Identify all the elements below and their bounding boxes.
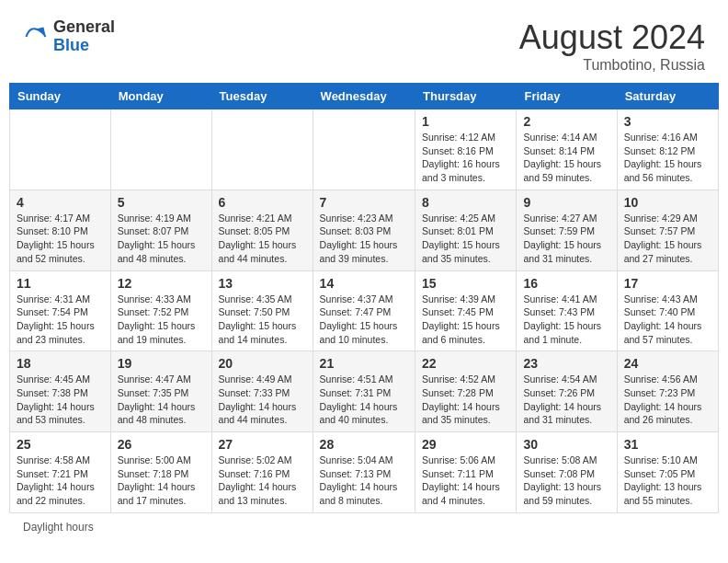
day-info: Sunrise: 4:12 AM Sunset: 8:16 PM Dayligh… (422, 131, 509, 185)
day-info: Sunrise: 4:43 AM Sunset: 7:40 PM Dayligh… (624, 293, 711, 347)
day-cell: 22Sunrise: 4:52 AM Sunset: 7:28 PM Dayli… (415, 351, 517, 432)
day-cell: 7Sunrise: 4:23 AM Sunset: 8:03 PM Daylig… (313, 190, 415, 270)
day-cell: 4Sunrise: 4:17 AM Sunset: 8:10 PM Daylig… (10, 190, 111, 270)
day-number: 9 (523, 195, 609, 210)
logo-text: General Blue (53, 18, 115, 55)
day-info: Sunrise: 4:25 AM Sunset: 8:01 PM Dayligh… (422, 212, 509, 266)
day-info: Sunrise: 4:47 AM Sunset: 7:35 PM Dayligh… (118, 373, 205, 427)
week-row-5: 25Sunrise: 4:58 AM Sunset: 7:21 PM Dayli… (10, 432, 719, 513)
day-number: 18 (17, 356, 104, 371)
day-number: 15 (422, 276, 509, 291)
day-cell: 29Sunrise: 5:06 AM Sunset: 7:11 PM Dayli… (415, 432, 517, 513)
day-number: 3 (624, 114, 711, 129)
week-row-3: 11Sunrise: 4:31 AM Sunset: 7:54 PM Dayli… (10, 270, 719, 351)
day-cell: 9Sunrise: 4:27 AM Sunset: 7:59 PM Daylig… (517, 190, 617, 270)
day-cell: 23Sunrise: 4:54 AM Sunset: 7:26 PM Dayli… (517, 351, 617, 432)
col-header-friday: Friday (517, 84, 617, 109)
week-row-1: 1Sunrise: 4:12 AM Sunset: 8:16 PM Daylig… (10, 109, 719, 190)
month-title: August 2024 (519, 18, 705, 57)
day-number: 6 (219, 195, 306, 210)
day-info: Sunrise: 5:10 AM Sunset: 7:05 PM Dayligh… (624, 454, 711, 508)
col-header-saturday: Saturday (617, 84, 718, 109)
day-cell: 10Sunrise: 4:29 AM Sunset: 7:57 PM Dayli… (617, 190, 718, 270)
day-info: Sunrise: 4:35 AM Sunset: 7:50 PM Dayligh… (219, 293, 306, 347)
day-info: Sunrise: 4:56 AM Sunset: 7:23 PM Dayligh… (624, 373, 711, 427)
logo-icon (23, 24, 49, 50)
day-cell: 26Sunrise: 5:00 AM Sunset: 7:18 PM Dayli… (110, 432, 211, 513)
day-cell: 31Sunrise: 5:10 AM Sunset: 7:05 PM Dayli… (617, 432, 718, 513)
day-cell: 6Sunrise: 4:21 AM Sunset: 8:05 PM Daylig… (211, 190, 313, 270)
day-number: 26 (118, 437, 205, 452)
logo-general-text: General (53, 18, 115, 37)
day-number: 13 (219, 276, 306, 291)
day-cell: 13Sunrise: 4:35 AM Sunset: 7:50 PM Dayli… (211, 270, 313, 351)
day-cell: 14Sunrise: 4:37 AM Sunset: 7:47 PM Dayli… (313, 270, 415, 351)
day-info: Sunrise: 5:04 AM Sunset: 7:13 PM Dayligh… (320, 454, 408, 508)
daylight-hours-label: Daylight hours (23, 521, 94, 534)
day-number: 4 (17, 195, 104, 210)
col-header-thursday: Thursday (415, 84, 517, 109)
day-number: 29 (422, 437, 509, 452)
day-info: Sunrise: 4:58 AM Sunset: 7:21 PM Dayligh… (17, 454, 104, 508)
day-number: 2 (523, 114, 609, 129)
day-cell: 27Sunrise: 5:02 AM Sunset: 7:16 PM Dayli… (211, 432, 313, 513)
logo-blue-text: Blue (53, 37, 115, 55)
day-cell: 16Sunrise: 4:41 AM Sunset: 7:43 PM Dayli… (517, 270, 617, 351)
day-info: Sunrise: 4:37 AM Sunset: 7:47 PM Dayligh… (320, 293, 408, 347)
page-header: General Blue August 2024 Tumbotino, Russ… (9, 9, 719, 78)
day-number: 20 (219, 356, 306, 371)
day-number: 7 (320, 195, 408, 210)
day-number: 27 (219, 437, 306, 452)
day-cell: 25Sunrise: 4:58 AM Sunset: 7:21 PM Dayli… (10, 432, 111, 513)
day-cell (110, 109, 211, 190)
day-cell: 17Sunrise: 4:43 AM Sunset: 7:40 PM Dayli… (617, 270, 718, 351)
day-info: Sunrise: 4:51 AM Sunset: 7:31 PM Dayligh… (320, 373, 408, 427)
day-number: 30 (523, 437, 609, 452)
day-number: 5 (118, 195, 205, 210)
day-cell: 30Sunrise: 5:08 AM Sunset: 7:08 PM Dayli… (517, 432, 617, 513)
day-cell: 20Sunrise: 4:49 AM Sunset: 7:33 PM Dayli… (211, 351, 313, 432)
week-row-4: 18Sunrise: 4:45 AM Sunset: 7:38 PM Dayli… (10, 351, 719, 432)
day-number: 8 (422, 195, 509, 210)
day-cell: 15Sunrise: 4:39 AM Sunset: 7:45 PM Dayli… (415, 270, 517, 351)
day-cell: 21Sunrise: 4:51 AM Sunset: 7:31 PM Dayli… (313, 351, 415, 432)
day-cell: 5Sunrise: 4:19 AM Sunset: 8:07 PM Daylig… (110, 190, 211, 270)
day-cell (211, 109, 313, 190)
day-cell (313, 109, 415, 190)
day-cell: 3Sunrise: 4:16 AM Sunset: 8:12 PM Daylig… (617, 109, 718, 190)
day-cell: 24Sunrise: 4:56 AM Sunset: 7:23 PM Dayli… (617, 351, 718, 432)
day-cell: 12Sunrise: 4:33 AM Sunset: 7:52 PM Dayli… (110, 270, 211, 351)
day-info: Sunrise: 4:27 AM Sunset: 7:59 PM Dayligh… (523, 212, 609, 266)
day-info: Sunrise: 4:31 AM Sunset: 7:54 PM Dayligh… (17, 293, 104, 347)
day-number: 22 (422, 356, 509, 371)
day-info: Sunrise: 4:23 AM Sunset: 8:03 PM Dayligh… (320, 212, 408, 266)
day-info: Sunrise: 4:16 AM Sunset: 8:12 PM Dayligh… (624, 131, 711, 185)
logo: General Blue (23, 18, 115, 55)
day-info: Sunrise: 4:49 AM Sunset: 7:33 PM Dayligh… (219, 373, 306, 427)
col-header-monday: Monday (110, 84, 211, 109)
day-number: 19 (118, 356, 205, 371)
col-header-sunday: Sunday (10, 84, 111, 109)
day-number: 16 (523, 276, 609, 291)
day-number: 23 (523, 356, 609, 371)
calendar-table: SundayMondayTuesdayWednesdayThursdayFrid… (9, 83, 719, 513)
day-number: 17 (624, 276, 711, 291)
day-number: 14 (320, 276, 408, 291)
day-cell (10, 109, 111, 190)
day-info: Sunrise: 4:14 AM Sunset: 8:14 PM Dayligh… (523, 131, 609, 185)
day-number: 10 (624, 195, 711, 210)
day-number: 31 (624, 437, 711, 452)
day-info: Sunrise: 4:21 AM Sunset: 8:05 PM Dayligh… (219, 212, 306, 266)
day-cell: 1Sunrise: 4:12 AM Sunset: 8:16 PM Daylig… (415, 109, 517, 190)
day-cell: 19Sunrise: 4:47 AM Sunset: 7:35 PM Dayli… (110, 351, 211, 432)
day-info: Sunrise: 4:29 AM Sunset: 7:57 PM Dayligh… (624, 212, 711, 266)
day-number: 11 (17, 276, 104, 291)
day-number: 25 (17, 437, 104, 452)
day-number: 24 (624, 356, 711, 371)
header-row: SundayMondayTuesdayWednesdayThursdayFrid… (10, 84, 719, 109)
week-row-2: 4Sunrise: 4:17 AM Sunset: 8:10 PM Daylig… (10, 190, 719, 270)
day-number: 1 (422, 114, 509, 129)
day-info: Sunrise: 4:17 AM Sunset: 8:10 PM Dayligh… (17, 212, 104, 266)
day-info: Sunrise: 4:39 AM Sunset: 7:45 PM Dayligh… (422, 293, 509, 347)
day-cell: 18Sunrise: 4:45 AM Sunset: 7:38 PM Dayli… (10, 351, 111, 432)
